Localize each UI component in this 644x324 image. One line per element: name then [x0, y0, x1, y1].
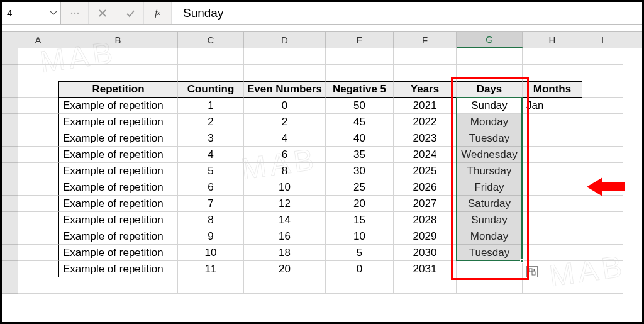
cell[interactable] [523, 179, 582, 196]
cell[interactable]: 2 [244, 114, 326, 130]
cell[interactable]: 2021 [394, 98, 457, 114]
cell[interactable] [18, 212, 58, 228]
cell[interactable] [582, 130, 623, 147]
col-header-H[interactable]: H [523, 32, 582, 48]
cell[interactable]: 40 [326, 130, 394, 147]
table-header[interactable]: Months [523, 81, 582, 98]
table-header[interactable]: Repetition [58, 81, 178, 98]
cancel-icon[interactable] [89, 2, 116, 24]
cell[interactable]: 50 [326, 98, 394, 114]
row-header[interactable] [2, 228, 18, 245]
cell[interactable]: 5 [326, 245, 394, 261]
cell[interactable] [18, 81, 58, 98]
cell[interactable]: 11 [178, 261, 244, 277]
col-header-B[interactable]: B [58, 32, 178, 48]
cell[interactable] [523, 130, 582, 147]
cell[interactable] [178, 277, 244, 294]
cell[interactable]: 15 [326, 212, 394, 228]
cell[interactable]: 2 [178, 114, 244, 130]
cell[interactable] [394, 65, 457, 81]
cell[interactable] [326, 48, 394, 65]
cell[interactable]: 7 [178, 196, 244, 212]
cell[interactable]: 30 [326, 163, 394, 179]
formula-input[interactable]: Sunday [172, 2, 642, 24]
cell[interactable]: 0 [244, 98, 326, 114]
cell[interactable] [582, 81, 623, 98]
cell[interactable]: 20 [244, 261, 326, 277]
row-header[interactable] [2, 48, 18, 65]
cell[interactable] [523, 48, 582, 65]
cell[interactable] [18, 98, 58, 114]
cell[interactable] [18, 130, 58, 147]
cell[interactable]: Example of repetition [58, 163, 178, 179]
cell[interactable]: 12 [244, 196, 326, 212]
cell[interactable]: 0 [326, 261, 394, 277]
row-header[interactable] [2, 212, 18, 228]
cell[interactable]: Saturday [457, 196, 523, 212]
cell[interactable]: 2025 [394, 163, 457, 179]
cell[interactable] [582, 245, 623, 261]
col-header-E[interactable]: E [326, 32, 394, 48]
col-header-A[interactable]: A [18, 32, 58, 48]
cell[interactable]: 25 [326, 179, 394, 196]
cell[interactable]: 2026 [394, 179, 457, 196]
cell[interactable]: Example of repetition [58, 228, 178, 245]
cell[interactable]: 10 [244, 179, 326, 196]
cell[interactable]: Example of repetition [58, 196, 178, 212]
cell[interactable]: 2024 [394, 147, 457, 163]
cell[interactable]: 5 [178, 163, 244, 179]
cell[interactable] [457, 65, 523, 81]
cell[interactable]: Wednesday [457, 147, 523, 163]
cell[interactable] [457, 48, 523, 65]
cell[interactable] [523, 65, 582, 81]
cell[interactable]: 1 [178, 98, 244, 114]
row-header[interactable] [2, 163, 18, 179]
cell[interactable]: Monday [457, 114, 523, 130]
cell[interactable]: 8 [178, 212, 244, 228]
cell[interactable]: Example of repetition [58, 130, 178, 147]
table-header[interactable]: Even Numbers [244, 81, 326, 98]
cell[interactable]: Example of repetition [58, 245, 178, 261]
cell[interactable] [394, 277, 457, 294]
cell[interactable] [523, 147, 582, 163]
cell[interactable] [457, 277, 523, 294]
cell[interactable] [58, 48, 178, 65]
cell[interactable] [18, 147, 58, 163]
row-header[interactable] [2, 277, 18, 294]
cell[interactable]: 9 [178, 228, 244, 245]
cell[interactable]: 2023 [394, 130, 457, 147]
cell[interactable] [244, 65, 326, 81]
cell[interactable] [58, 277, 178, 294]
cell[interactable] [178, 48, 244, 65]
autofill-options-button[interactable] [526, 266, 538, 277]
cell[interactable]: Example of repetition [58, 212, 178, 228]
cell[interactable] [582, 48, 623, 65]
cell[interactable] [18, 277, 58, 294]
cell[interactable]: 8 [244, 163, 326, 179]
row-header[interactable] [2, 245, 18, 261]
fill-handle[interactable] [520, 259, 524, 263]
cell[interactable] [18, 261, 58, 277]
enter-icon[interactable] [116, 2, 144, 24]
cell[interactable] [18, 48, 58, 65]
cell[interactable]: 6 [244, 147, 326, 163]
row-header[interactable] [2, 196, 18, 212]
cell[interactable] [178, 65, 244, 81]
table-header[interactable]: Negative 5 [326, 81, 394, 98]
col-header-I[interactable]: I [582, 32, 623, 48]
cell[interactable]: 20 [326, 196, 394, 212]
cell[interactable]: Tuesday [457, 130, 523, 147]
cell[interactable]: Example of repetition [58, 147, 178, 163]
row-header[interactable] [2, 65, 18, 81]
cell[interactable] [582, 98, 623, 114]
row-header[interactable] [2, 261, 18, 277]
cell[interactable] [582, 147, 623, 163]
cell[interactable]: 35 [326, 147, 394, 163]
cell[interactable] [582, 114, 623, 130]
cell[interactable]: Thursday [457, 163, 523, 179]
cell[interactable]: 16 [244, 228, 326, 245]
cell[interactable]: Friday [457, 179, 523, 196]
cell[interactable]: Tuesday [457, 245, 523, 261]
cell[interactable]: 2022 [394, 114, 457, 130]
fx-icon[interactable]: fx [144, 2, 172, 24]
